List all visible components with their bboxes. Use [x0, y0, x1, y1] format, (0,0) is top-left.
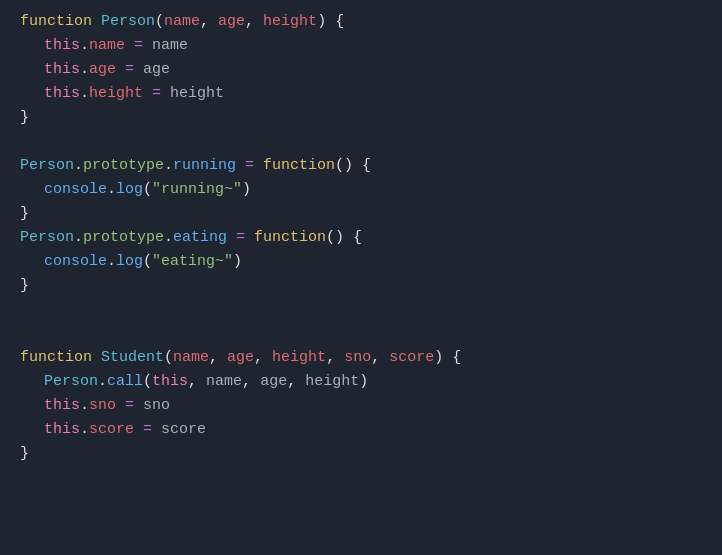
token-proto: prototype — [83, 229, 164, 246]
token-punct: ( — [143, 373, 152, 390]
line-content: this.name = name — [0, 34, 188, 57]
token-prop: sno — [89, 397, 116, 414]
line-content: this.height = height — [0, 82, 224, 105]
line-content: Person.prototype.eating = function() { — [0, 226, 362, 249]
token-punct: } — [20, 277, 29, 294]
token-param: score — [389, 349, 434, 366]
token-punct: ( — [164, 349, 173, 366]
token-punct: , — [326, 349, 344, 366]
token-punct: , — [254, 349, 272, 366]
token-plain: age — [260, 373, 287, 390]
token-punct: , — [245, 13, 263, 30]
token-dot: . — [80, 397, 89, 414]
code-line: Person.prototype.running = function() { — [0, 154, 722, 178]
token-dot: . — [74, 229, 83, 246]
line-content: console.log("running~") — [0, 178, 251, 201]
token-punct: ( — [143, 181, 152, 198]
token-op: = — [143, 85, 170, 102]
line-content: Person.call(this, name, age, height) — [0, 370, 368, 393]
token-kw-this: this — [152, 373, 188, 390]
line-content: this.age = age — [0, 58, 170, 81]
code-line: console.log("eating~") — [0, 250, 722, 274]
token-punct: () { — [326, 229, 362, 246]
code-line: Person.prototype.eating = function() { — [0, 226, 722, 250]
token-param: height — [263, 13, 317, 30]
token-kw-this: this — [44, 421, 80, 438]
token-prop: name — [89, 37, 125, 54]
token-dot: . — [80, 37, 89, 54]
token-prop: score — [89, 421, 134, 438]
token-param: age — [218, 13, 245, 30]
code-line: } — [0, 202, 722, 226]
token-str: "running~" — [152, 181, 242, 198]
token-plain: sno — [143, 397, 170, 414]
token-op: = — [134, 421, 161, 438]
token-dot: . — [164, 157, 173, 174]
token-prop: height — [89, 85, 143, 102]
code-line: } — [0, 274, 722, 298]
token-fn-name: Person — [44, 373, 98, 390]
token-method-name: eating — [173, 229, 227, 246]
token-punct: , — [209, 349, 227, 366]
line-content: } — [0, 442, 29, 465]
token-method-name: running — [173, 157, 236, 174]
token-dot: . — [80, 61, 89, 78]
token-fn-name: Person — [101, 13, 155, 30]
token-punct: , — [242, 373, 260, 390]
code-line: this.age = age — [0, 58, 722, 82]
token-punct: ) — [359, 373, 368, 390]
token-method-name: log — [116, 253, 143, 270]
token-kw-this: this — [44, 37, 80, 54]
token-console: console — [44, 181, 107, 198]
token-method-name: call — [107, 373, 143, 390]
token-kw-function: function — [254, 229, 326, 246]
token-kw-this: this — [44, 397, 80, 414]
token-method-name: log — [116, 181, 143, 198]
token-kw-this: this — [44, 85, 80, 102]
token-plain: name — [152, 37, 188, 54]
token-dot: . — [107, 253, 116, 270]
token-plain: name — [206, 373, 242, 390]
token-plain: height — [305, 373, 359, 390]
code-line — [0, 130, 722, 154]
line-content: } — [0, 106, 29, 129]
token-kw-function: function — [20, 349, 101, 366]
code-line: } — [0, 442, 722, 466]
code-line — [0, 298, 722, 322]
line-content: function Student(name, age, height, sno,… — [0, 346, 461, 369]
token-plain: score — [161, 421, 206, 438]
token-plain: age — [143, 61, 170, 78]
token-dot: . — [98, 373, 107, 390]
code-line: } — [0, 106, 722, 130]
token-kw-this: this — [44, 61, 80, 78]
line-content: Person.prototype.running = function() { — [0, 154, 371, 177]
token-punct: , — [287, 373, 305, 390]
line-content: function Person(name, age, height) { — [0, 10, 344, 33]
token-dot: . — [164, 229, 173, 246]
token-kw-function: function — [20, 13, 101, 30]
token-param: sno — [344, 349, 371, 366]
token-punct: ( — [143, 253, 152, 270]
line-content: console.log("eating~") — [0, 250, 242, 273]
token-punct: , — [371, 349, 389, 366]
token-console: console — [44, 253, 107, 270]
code-line: this.height = height — [0, 82, 722, 106]
token-dot: . — [80, 421, 89, 438]
token-op: = — [125, 37, 152, 54]
token-punct: , — [188, 373, 206, 390]
code-line: this.name = name — [0, 34, 722, 58]
code-line: function Person(name, age, height) { — [0, 10, 722, 34]
token-op: = — [227, 229, 254, 246]
code-line — [0, 322, 722, 346]
token-str: "eating~" — [152, 253, 233, 270]
line-content: } — [0, 202, 29, 225]
token-punct: ) — [242, 181, 251, 198]
token-fn-name: Person — [20, 157, 74, 174]
line-content: this.score = score — [0, 418, 206, 441]
token-prop: age — [89, 61, 116, 78]
token-punct: } — [20, 109, 29, 126]
token-param: height — [272, 349, 326, 366]
token-fn-name: Student — [101, 349, 164, 366]
token-dot: . — [80, 85, 89, 102]
token-punct: ( — [155, 13, 164, 30]
